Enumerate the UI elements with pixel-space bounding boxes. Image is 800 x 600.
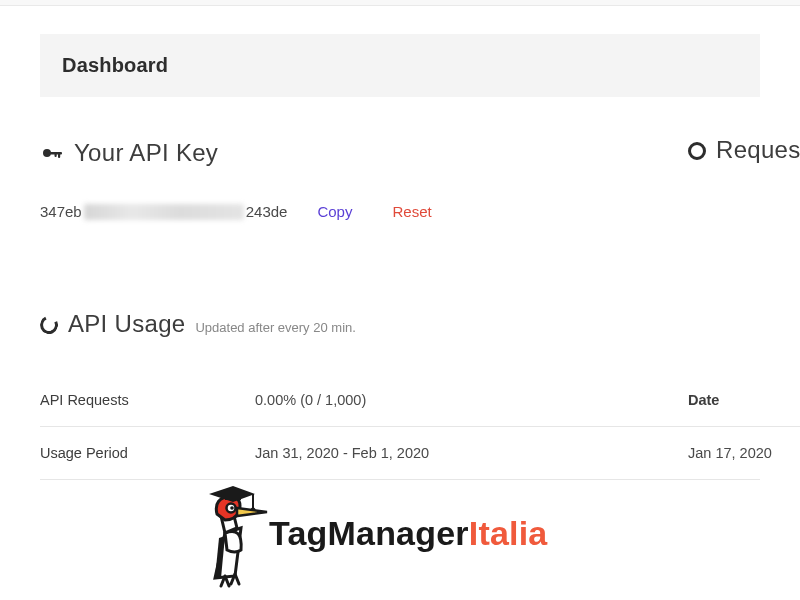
table-row: Jan 17, 2020 bbox=[688, 427, 800, 479]
copy-button[interactable]: Copy bbox=[317, 203, 352, 220]
svg-point-8 bbox=[230, 506, 234, 510]
key-icon bbox=[40, 141, 64, 165]
svg-rect-3 bbox=[55, 152, 57, 157]
usage-requests-value: 0.00% (0 / 1,000) bbox=[255, 392, 760, 408]
brand-text-accent: Italia bbox=[469, 514, 548, 553]
table-row: API Requests 0.00% (0 / 1,000) bbox=[40, 374, 760, 427]
requests-table: Date Jan 17, 2020 bbox=[688, 374, 800, 479]
api-key-heading: Your API Key bbox=[74, 139, 218, 167]
requests-section-title: Reques bbox=[688, 136, 800, 164]
api-usage-heading: API Usage bbox=[68, 310, 185, 338]
date-value: Jan 17, 2020 bbox=[688, 445, 800, 461]
window-top-border bbox=[0, 0, 800, 6]
usage-period-value: Jan 31, 2020 - Feb 1, 2020 bbox=[255, 445, 760, 461]
api-key-suffix: 243de bbox=[246, 203, 288, 220]
date-header: Date bbox=[688, 392, 800, 408]
api-usage-note: Updated after every 20 min. bbox=[195, 320, 355, 335]
api-usage-section-title: API Usage Updated after every 20 min. bbox=[40, 310, 760, 338]
woodpecker-icon bbox=[185, 478, 269, 588]
usage-table: API Requests 0.00% (0 / 1,000) Usage Per… bbox=[40, 374, 760, 480]
requests-section: Reques Date Jan 17, 2020 bbox=[688, 0, 800, 479]
ring-icon bbox=[688, 142, 706, 160]
spinner-icon bbox=[37, 313, 60, 336]
brand-logo: TagManagerItalia bbox=[185, 478, 547, 588]
requests-heading: Reques bbox=[716, 136, 800, 164]
svg-rect-2 bbox=[58, 152, 60, 158]
api-key-section: Your API Key 347eb 243de Copy Reset bbox=[40, 137, 760, 220]
table-row: Usage Period Jan 31, 2020 - Feb 1, 2020 bbox=[40, 427, 760, 480]
api-usage-section: API Usage Updated after every 20 min. AP… bbox=[40, 310, 760, 480]
api-key-obscured bbox=[84, 204, 244, 220]
svg-rect-4 bbox=[225, 492, 241, 500]
api-key-prefix: 347eb bbox=[40, 203, 82, 220]
page-header: Dashboard bbox=[40, 34, 760, 97]
brand-text: TagManagerItalia bbox=[269, 514, 547, 553]
brand-text-main: TagManager bbox=[269, 514, 469, 553]
svg-point-0 bbox=[43, 149, 51, 157]
api-key-row: 347eb 243de Copy Reset bbox=[40, 203, 760, 220]
table-row: Date bbox=[688, 374, 800, 427]
usage-period-label: Usage Period bbox=[40, 445, 255, 461]
reset-button[interactable]: Reset bbox=[392, 203, 431, 220]
usage-requests-label: API Requests bbox=[40, 392, 255, 408]
api-key-section-title: Your API Key bbox=[40, 137, 760, 167]
page-title: Dashboard bbox=[62, 54, 738, 77]
